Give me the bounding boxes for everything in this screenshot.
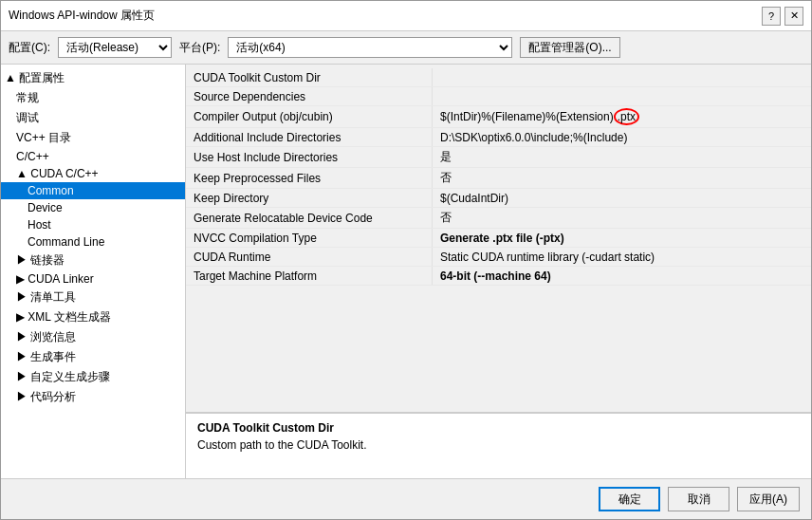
prop-name: Use Host Include Directories bbox=[186, 147, 433, 167]
prop-name: Keep Preprocessed Files bbox=[186, 168, 433, 188]
sidebar-item-cpp[interactable]: C/C++ bbox=[1, 148, 185, 165]
config-label: 配置(C): bbox=[9, 40, 50, 56]
sidebar-item-manifest[interactable]: ▶ 清单工具 bbox=[1, 288, 185, 307]
prop-value: 否 bbox=[433, 208, 811, 228]
table-row: Additional Include DirectoriesD:\SDK\opt… bbox=[186, 128, 811, 147]
table-row: Generate Relocatable Device Code否 bbox=[186, 208, 811, 229]
prop-name: Compiler Output (obj/cubin) bbox=[186, 106, 433, 127]
sidebar: ▲ 配置属性常规调试VC++ 目录C/C++▲ CUDA C/C++Common… bbox=[1, 65, 186, 478]
sidebar-item-host[interactable]: Host bbox=[1, 216, 185, 233]
prop-value: D:\SDK\optix6.0.0\include;%(Include) bbox=[433, 128, 811, 146]
prop-value: $(IntDir)%(Filename)%(Extension).ptx bbox=[433, 106, 811, 127]
sidebar-item-device[interactable]: Device bbox=[1, 199, 185, 216]
sidebar-item-build-events[interactable]: ▶ 生成事件 bbox=[1, 347, 185, 367]
prop-value: Generate .ptx file (-ptx) bbox=[433, 229, 811, 247]
sidebar-item-xml-gen[interactable]: ▶ XML 文档生成器 bbox=[1, 307, 185, 327]
toolbar: 配置(C): 活动(Release) 平台(P): 活动(x64) 配置管理器(… bbox=[1, 31, 811, 65]
prop-name: Additional Include Directories bbox=[186, 128, 433, 146]
help-button[interactable]: ? bbox=[762, 7, 781, 26]
prop-name: Keep Directory bbox=[186, 189, 433, 207]
ok-button[interactable]: 确定 bbox=[599, 487, 660, 511]
table-row: Target Machine Platform64-bit (--machine… bbox=[186, 267, 811, 286]
prop-value: $(CudaIntDir) bbox=[433, 189, 811, 207]
table-row: CUDA RuntimeStatic CUDA runtime library … bbox=[186, 248, 811, 267]
prop-name: Target Machine Platform bbox=[186, 267, 433, 285]
prop-value: Static CUDA runtime library (-cudart sta… bbox=[433, 248, 811, 266]
sidebar-item-browser[interactable]: ▶ 浏览信息 bbox=[1, 327, 185, 347]
table-row: Source Dependencies bbox=[186, 87, 811, 106]
sidebar-item-custom-steps[interactable]: ▶ 自定义生成步骤 bbox=[1, 367, 185, 387]
title-controls: ? ✕ bbox=[762, 7, 803, 26]
platform-label: 平台(P): bbox=[179, 40, 220, 56]
sidebar-item-vc-dirs[interactable]: VC++ 目录 bbox=[1, 128, 185, 148]
prop-value: 否 bbox=[433, 168, 811, 188]
title-bar: Windows API-window 属性页 ? ✕ bbox=[1, 1, 811, 31]
config-manager-button[interactable]: 配置管理器(O)... bbox=[520, 37, 619, 58]
prop-value bbox=[433, 87, 811, 105]
sidebar-item-config-props[interactable]: ▲ 配置属性 bbox=[1, 68, 185, 88]
prop-value: 64-bit (--machine 64) bbox=[433, 267, 811, 285]
table-row: Keep Directory$(CudaIntDir) bbox=[186, 189, 811, 208]
close-button[interactable]: ✕ bbox=[784, 7, 803, 26]
cancel-button[interactable]: 取消 bbox=[668, 487, 729, 511]
window-title: Windows API-window 属性页 bbox=[9, 8, 155, 24]
props-table: CUDA Toolkit Custom DirSource Dependenci… bbox=[186, 65, 811, 412]
main-content: ▲ 配置属性常规调试VC++ 目录C/C++▲ CUDA C/C++Common… bbox=[1, 65, 811, 478]
config-select[interactable]: 活动(Release) bbox=[58, 37, 172, 58]
table-row: Compiler Output (obj/cubin)$(IntDir)%(Fi… bbox=[186, 106, 811, 128]
description-panel: CUDA Toolkit Custom Dir Custom path to t… bbox=[186, 412, 811, 478]
sidebar-item-cuda-cpp[interactable]: ▲ CUDA C/C++ bbox=[1, 165, 185, 182]
window: Windows API-window 属性页 ? ✕ 配置(C): 活动(Rel… bbox=[0, 0, 812, 520]
prop-name: CUDA Toolkit Custom Dir bbox=[186, 68, 433, 86]
platform-select[interactable]: 活动(x64) bbox=[228, 37, 512, 58]
prop-name: Source Dependencies bbox=[186, 87, 433, 105]
table-row: Keep Preprocessed Files否 bbox=[186, 168, 811, 189]
sidebar-item-cuda-linker[interactable]: ▶ CUDA Linker bbox=[1, 270, 185, 288]
prop-value bbox=[433, 68, 811, 86]
apply-button[interactable]: 应用(A) bbox=[737, 487, 800, 511]
right-panel: CUDA Toolkit Custom DirSource Dependenci… bbox=[186, 65, 811, 478]
table-row: CUDA Toolkit Custom Dir bbox=[186, 68, 811, 87]
description-text: Custom path to the CUDA Toolkit. bbox=[197, 438, 800, 452]
sidebar-item-code-analysis[interactable]: ▶ 代码分析 bbox=[1, 387, 185, 407]
prop-name: Generate Relocatable Device Code bbox=[186, 208, 433, 228]
sidebar-item-linker[interactable]: ▶ 链接器 bbox=[1, 251, 185, 270]
footer: 确定 取消 应用(A) bbox=[1, 478, 811, 519]
description-title: CUDA Toolkit Custom Dir bbox=[197, 421, 800, 435]
prop-value: 是 bbox=[433, 147, 811, 167]
table-row: Use Host Include Directories是 bbox=[186, 147, 811, 168]
highlight-circle: .ptx bbox=[614, 108, 639, 125]
sidebar-item-common[interactable]: Common bbox=[1, 182, 185, 199]
table-row: NVCC Compilation TypeGenerate .ptx file … bbox=[186, 229, 811, 248]
prop-name: CUDA Runtime bbox=[186, 248, 433, 266]
prop-name: NVCC Compilation Type bbox=[186, 229, 433, 247]
sidebar-item-general[interactable]: 常规 bbox=[1, 88, 185, 108]
sidebar-item-debug[interactable]: 调试 bbox=[1, 108, 185, 128]
sidebar-item-cmd-line[interactable]: Command Line bbox=[1, 233, 185, 251]
